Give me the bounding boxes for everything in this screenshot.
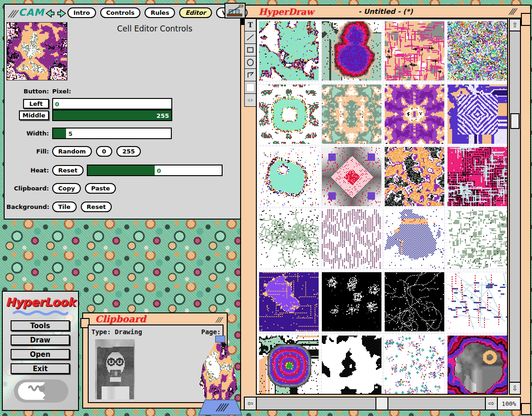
clipboard-photo <box>95 339 135 399</box>
scroll-left-icon[interactable]: ⇦ <box>245 398 257 410</box>
left-mouse-button[interactable]: Left <box>23 99 49 109</box>
clipboard-buttons-paste[interactable]: Paste <box>85 183 116 194</box>
tool-polyline-icon[interactable] <box>245 69 256 81</box>
slider-value: 255 <box>157 112 169 119</box>
slider-fill <box>53 128 66 138</box>
pattern-thumbnail-confetti-blobs[interactable] <box>447 21 507 80</box>
tool-rectangle-icon[interactable] <box>245 44 256 56</box>
hyperlook-open-button[interactable]: Open <box>11 349 70 360</box>
tool-oval-icon[interactable] <box>245 56 256 69</box>
cam-machine-icon[interactable] <box>224 3 246 18</box>
hyperdraw-window: HyperDraw - Untitled - (*) T ⇧ ⇩ ⇦ ⇨ <box>240 5 531 410</box>
tool-line-icon[interactable] <box>245 31 256 44</box>
toggle-switch[interactable] <box>13 378 69 404</box>
hyperdraw-titlebar[interactable]: HyperDraw - Untitled - (*) <box>241 6 530 18</box>
hyperlook-draw-button[interactable]: Draw <box>11 335 70 345</box>
hyperdraw-resize-corner[interactable] <box>521 403 531 415</box>
window-menu-icon[interactable] <box>7 9 19 18</box>
pattern-thumbnail-radial-mandala[interactable] <box>259 336 319 395</box>
pattern-thumbnail-indigo-diamond-ripples[interactable] <box>447 85 507 144</box>
fill-buttons-random[interactable]: Random <box>52 146 92 157</box>
pattern-thumbnail-lava-crater[interactable] <box>447 336 507 395</box>
background-buttons: TileReset <box>52 202 112 212</box>
pattern-thumbnail-confetti-specks[interactable] <box>385 336 444 395</box>
drag-ghost-cap <box>215 336 225 343</box>
cam-nav-rules[interactable]: Rules <box>145 7 175 18</box>
heat-label: Heat: <box>6 167 49 174</box>
background-buttons-reset[interactable]: Reset <box>81 202 112 212</box>
clipboard-label: Clipboard: <box>6 185 49 192</box>
hyperlook-exit-button[interactable]: Exit <box>11 363 70 374</box>
tool-swatch-icon[interactable] <box>245 81 256 94</box>
hyperlook-panel: HyperLook ToolsDrawOpenExit <box>2 291 79 411</box>
pattern-thumbnail-pink-maze[interactable] <box>385 21 444 80</box>
clipboard-buttons-copy[interactable]: Copy <box>52 183 81 194</box>
slider-value: 0 <box>157 167 161 174</box>
cam-nav-controls[interactable]: Controls <box>100 7 140 18</box>
cam-nav-editor[interactable]: Editor <box>179 7 212 18</box>
width-label: Width: <box>6 130 49 137</box>
pattern-thumbnail-sage-fragments[interactable] <box>447 209 507 269</box>
hyperlook-logo: HyperLook <box>3 295 78 309</box>
horizontal-scroll-thumb[interactable] <box>375 398 388 410</box>
panel-title: Cell Editor Controls <box>79 24 231 33</box>
background-buttons-tile[interactable]: Tile <box>52 202 77 212</box>
heat-slider[interactable]: 0 <box>87 165 223 176</box>
horizontal-scrollbar[interactable]: ⇦ ⇨ 100% <box>244 397 521 410</box>
pattern-thumbnail-bean-rings[interactable] <box>322 21 381 80</box>
tool-text-icon[interactable]: T <box>245 19 256 31</box>
width-slider[interactable]: 5 <box>52 128 172 139</box>
pattern-thumbnail-plum-streaks[interactable] <box>322 209 381 269</box>
resize-grip-icon[interactable] <box>215 316 223 324</box>
vertical-scrollbar[interactable]: ⇧ ⇩ <box>509 18 521 395</box>
pattern-thumbnail-sage-kaleidoscope[interactable] <box>322 85 381 144</box>
heat-buttons: Reset <box>52 165 84 176</box>
pattern-thumbnail-peach-worms[interactable] <box>385 147 444 206</box>
fill-buttons-255[interactable]: 255 <box>116 146 141 157</box>
cam-logo: CAM <box>18 7 44 18</box>
pixel-label: Pixel: <box>52 88 71 95</box>
drag-ghost-base <box>197 399 244 416</box>
heat-buttons-reset[interactable]: Reset <box>52 165 84 176</box>
middle-mouse-button[interactable]: Middle <box>19 110 49 120</box>
pattern-thumbnail-squiggle-field[interactable] <box>385 272 444 331</box>
pattern-thumbnail-indigo-checker-blob[interactable] <box>385 209 444 269</box>
width-row: Width: 5 <box>6 128 172 139</box>
scroll-down-icon[interactable]: ⇩ <box>510 382 520 394</box>
pattern-thumbnail-bw-camouflage[interactable] <box>322 336 381 395</box>
prev-next-arrows[interactable] <box>44 8 67 18</box>
desktop: HyperDraw - Untitled - (*) T ⇧ ⇩ ⇦ ⇨ <box>0 0 532 416</box>
pattern-thumbnail-mottled-coral[interactable] <box>259 21 319 80</box>
pattern-thumbnail-mint-blob[interactable] <box>259 147 319 206</box>
cell-editor-preview[interactable] <box>6 22 67 80</box>
middle-pixel-slider[interactable]: 255 <box>52 110 172 121</box>
scroll-up-icon[interactable]: ⇧ <box>510 19 520 31</box>
drawing-canvas[interactable] <box>256 18 508 395</box>
pattern-thumbnail-thread-web[interactable] <box>447 272 507 331</box>
slider-value: 5 <box>68 130 73 137</box>
clipboard-page: Page: <box>201 328 221 336</box>
wave-underline-icon <box>13 310 68 316</box>
resize-grip-icon[interactable] <box>508 7 518 16</box>
slider-fill <box>53 110 171 120</box>
cam-nav-intro[interactable]: Intro <box>67 7 96 18</box>
pattern-thumbnail-red-diamond-kaleidoscope[interactable] <box>322 147 381 206</box>
horizontal-scroll-track[interactable] <box>257 398 485 410</box>
pattern-thumbnail-dendrite-growth[interactable] <box>259 209 319 269</box>
vertical-scroll-thumb[interactable] <box>510 113 520 129</box>
pattern-thumbnail-violet-blob-circuit[interactable] <box>259 272 319 331</box>
fill-buttons-0[interactable]: 0 <box>96 146 112 157</box>
pattern-thumbnail-magenta-step-maze[interactable] <box>447 147 507 206</box>
left-pixel-slider[interactable]: 0 <box>52 98 172 110</box>
scroll-right-icon[interactable]: ⇨ <box>485 398 497 410</box>
toolstrip-tab[interactable] <box>241 18 244 25</box>
pattern-thumbnail-mint-square-kaleidoscope[interactable] <box>259 85 319 144</box>
hyperlook-tools-button[interactable]: Tools <box>11 320 70 331</box>
middle-button-row: Middle 255 <box>6 110 172 121</box>
pattern-thumbnail-dot-clusters[interactable] <box>322 272 381 331</box>
tool-width-arrows-icon[interactable] <box>245 94 256 106</box>
background-label: Background: <box>6 203 49 210</box>
zoom-level: 100% <box>497 398 520 410</box>
drawing-toolbar: T <box>244 18 257 107</box>
pattern-thumbnail-purple-ornament-kaleidoscope[interactable] <box>385 85 444 144</box>
